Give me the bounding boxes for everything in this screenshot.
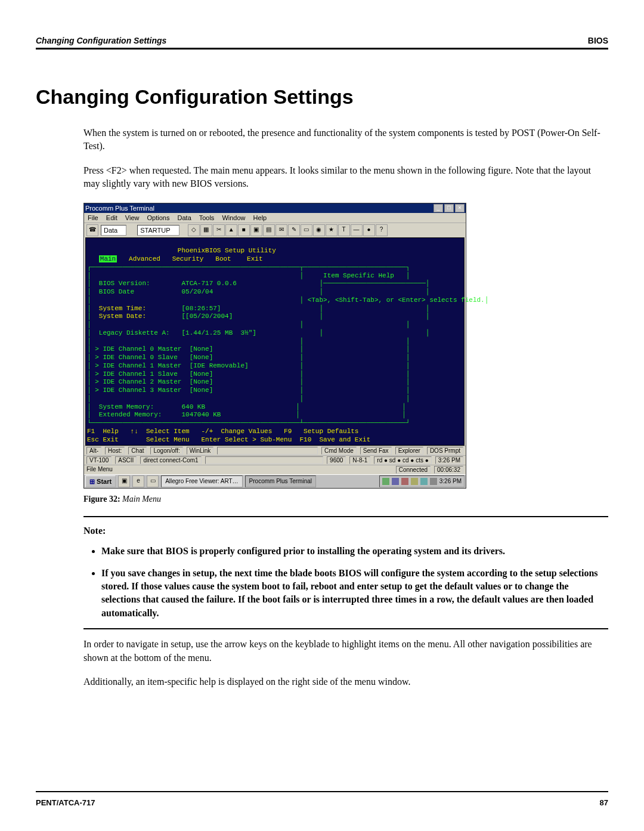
task-item[interactable]: Allegro Free Viewer: ART… [161,475,242,487]
bios-version-label: BIOS Version: [99,280,150,287]
status-cell: File Menu [86,466,392,474]
divider [83,628,608,629]
ide-channel-0-master[interactable]: IDE Channel 0 Master [103,345,181,353]
tool-icon[interactable]: ✎ [288,224,300,236]
page-footer: PENT/ATCA-717 87 [36,791,608,807]
menu-tools[interactable]: Tools [199,214,215,221]
system-time-value[interactable]: [08:26:57] [181,305,221,312]
ide-channel-3-master[interactable]: IDE Channel 3 Master [103,387,181,394]
menu-options[interactable]: Options [147,214,170,221]
status-cell[interactable]: Send Fax [360,447,392,455]
quicklaunch-icon[interactable]: ▣ [118,475,130,487]
status-cell[interactable]: Logon/off: [150,447,182,455]
tool-icon[interactable]: ■ [238,224,250,236]
bios-title: PhoenixBIOS Setup Utility [178,247,276,254]
menu-window[interactable]: Window [222,214,245,221]
status-cell: rd ● sd ● cd ● cts ● [374,456,431,464]
bios-footer-keys: F1 Help ↑↓ Select Item -/+ Change Values… [87,428,370,443]
menu-view[interactable]: View [125,214,140,221]
ide-channel-0-slave[interactable]: IDE Channel 0 Slave [103,354,177,361]
tool-icon[interactable]: ◇ [188,224,200,236]
tray-icon[interactable] [392,478,399,485]
window-title-text: Procomm Plus Terminal [85,205,154,212]
terminal-area: PhoenixBIOS Setup Utility Main Advanced … [85,237,465,446]
ide-channel-1-master[interactable]: IDE Channel 1 Master [103,362,181,369]
footer-left: PENT/ATCA-717 [36,798,95,807]
system-date-value[interactable]: [05/20/2004] [185,313,233,320]
maximize-icon[interactable]: □ [444,204,454,212]
tab-exit[interactable]: Exit [247,255,262,262]
status-cell[interactable]: Alt- [86,447,101,455]
system-date-label[interactable]: System Date: [99,313,146,320]
task-item-active[interactable]: Procomm Plus Terminal [245,475,316,487]
data-dropdown[interactable]: Data [101,225,126,236]
menubar[interactable]: File Edit View Options Data Tools Window… [84,213,466,223]
tool-icon[interactable]: ▲ [225,224,237,236]
tool-icon[interactable]: — [351,224,363,236]
legacy-diskette-label: Legacy Diskette A: [99,329,170,336]
tool-icon[interactable]: ▣ [250,224,262,236]
tray-icon[interactable] [430,478,437,485]
tab-main[interactable]: Main [99,255,117,262]
tool-icon[interactable]: ▤ [263,224,275,236]
tool-icon[interactable]: ▭ [301,224,312,236]
status-row-1: Alt- Host: Chat Logon/off: WinLink Cmd M… [84,446,466,455]
tool-icon[interactable]: ✂ [213,224,225,236]
window-titlebar: Procomm Plus Terminal _ □ × [84,203,466,213]
tray-icon[interactable] [411,478,418,485]
tool-icon[interactable]: T [338,224,350,236]
status-cell[interactable]: Chat [128,447,147,455]
status-row-3: File Menu Connected 00:06:32 [84,465,466,474]
minimize-icon[interactable]: _ [434,204,443,212]
status-cell[interactable]: Host: [105,447,125,455]
tool-icon[interactable]: ★ [326,224,338,236]
tray-icon[interactable] [420,478,428,485]
paragraph: In order to navigate in setup, use the a… [83,638,608,665]
menu-file[interactable]: File [88,214,98,221]
tool-icon[interactable]: ▦ [200,224,212,236]
status-cell[interactable]: DOS Prmpt [427,447,463,455]
paragraph: Additionally, an item-specific help is d… [83,675,608,688]
figure-caption-text: Main Menu [122,495,161,503]
tool-icon[interactable]: ◉ [313,224,325,236]
close-icon[interactable]: × [455,204,465,212]
ide-value: [None] [190,354,213,361]
intro-paragraph-2: Press <F2> when requested. The main menu… [83,164,608,191]
status-cell: 9600 [327,456,346,464]
status-cell[interactable]: Explorer [395,447,423,455]
quicklaunch-icon[interactable]: ▭ [147,475,159,487]
menu-data[interactable]: Data [178,214,191,221]
status-cell [205,456,323,464]
tool-icon[interactable]: ● [363,224,375,236]
tab-security[interactable]: Security [172,255,204,262]
system-time-label[interactable]: System Time: [99,305,146,312]
ide-value: [None] [190,370,213,378]
tray-icon[interactable] [382,478,389,485]
status-cell [217,447,318,455]
bios-date-label: BIOS Date [99,288,134,295]
status-cell[interactable]: Cmd Mode [321,447,357,455]
legacy-diskette-value[interactable]: [1.44/1.25 MB 3½"] [181,329,256,336]
tab-advanced[interactable]: Advanced [129,255,160,262]
quicklaunch-icon[interactable]: e [132,475,144,487]
tab-boot[interactable]: Boot [215,255,231,262]
tool-icon[interactable]: ? [376,224,388,236]
extended-memory-value: 1047040 KB [181,411,221,418]
status-cell: 00:06:32 [434,466,463,474]
ide-channel-1-slave[interactable]: IDE Channel 1 Slave [103,370,177,378]
ide-channel-2-master[interactable]: IDE Channel 2 Master [103,378,181,385]
phone-icon[interactable]: ☎ [86,224,98,236]
taskbar: ⊞ Start ▣ e ▭ Allegro Free Viewer: ART… … [84,474,466,488]
script-dropdown[interactable]: STARTUP [137,225,179,236]
menu-edit[interactable]: Edit [106,214,117,221]
start-button[interactable]: ⊞ Start [85,475,116,487]
ide-value: [None] [190,345,213,353]
status-cell: direct connect-Com1 [140,456,201,464]
status-cell: N-8-1 [349,456,370,464]
menu-help[interactable]: Help [253,214,267,221]
tray-icon[interactable] [401,478,408,485]
status-cell[interactable]: WinLink [187,447,214,455]
tool-icon[interactable]: ✉ [275,224,287,236]
ide-value: [IDE Removable] [190,362,249,369]
ide-value: [None] [190,378,213,385]
